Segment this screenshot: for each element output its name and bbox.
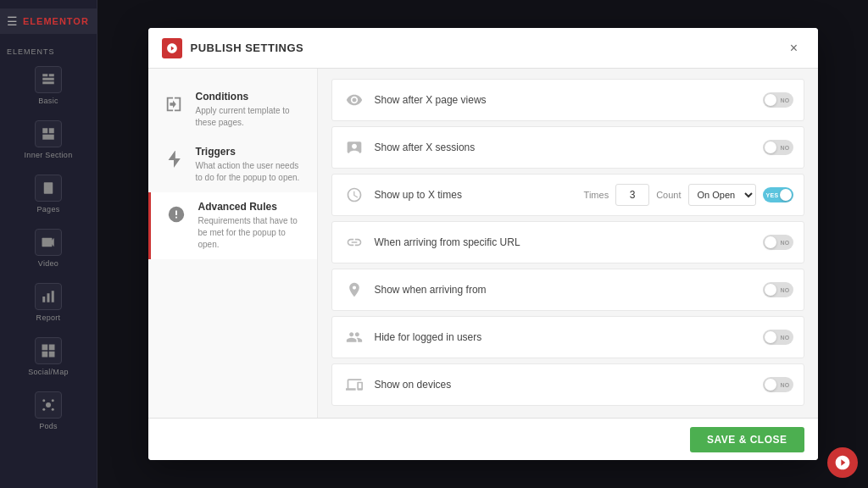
- basic-icon: [35, 66, 62, 93]
- svg-rect-17: [49, 345, 55, 351]
- modal-body: Conditions Apply current template to the…: [148, 69, 818, 418]
- video-label: Video: [38, 259, 58, 268]
- svg-rect-10: [46, 189, 49, 190]
- show_times-label: Show up to X times: [375, 189, 576, 201]
- rule-row-page_views: Show after X page viewsNO: [331, 79, 804, 121]
- toggle-knob: [780, 189, 792, 201]
- svg-rect-4: [42, 128, 47, 133]
- toggle-text: NO: [780, 382, 789, 388]
- sessions-toggle[interactable]: NO: [763, 140, 793, 155]
- page_views-controls: NO: [763, 92, 793, 108]
- toggle-knob: [765, 141, 776, 153]
- nav-item-advanced-rules[interactable]: Advanced Rules Requirements that have to…: [148, 192, 317, 259]
- nav-item-conditions[interactable]: Conditions Apply current template to the…: [148, 82, 317, 137]
- logged_in-label: Hide for logged in users: [375, 331, 754, 343]
- svg-rect-19: [49, 352, 55, 358]
- save-close-button[interactable]: SAVE & CLOSE: [690, 427, 804, 452]
- rule-row-show_times: Show up to X timesTimesCountOn OpenOn Cl…: [331, 174, 804, 216]
- conditions-desc: Apply current template to these pages.: [196, 105, 303, 129]
- specific_url-toggle[interactable]: NO: [763, 235, 793, 250]
- toggle-knob: [765, 331, 776, 343]
- toggle-knob: [765, 236, 776, 248]
- pods-icon: [35, 391, 62, 419]
- triggers-icon: [162, 147, 186, 171]
- nav-item-triggers[interactable]: Triggers What action the user needs to d…: [148, 137, 317, 192]
- svg-rect-16: [42, 345, 48, 351]
- toggle-knob: [765, 94, 776, 106]
- sidebar-item-pages[interactable]: Pages: [10, 168, 86, 220]
- sidebar-item-report[interactable]: Report: [10, 276, 86, 329]
- brand-label: ELEMENTOR: [23, 16, 89, 26]
- devices-row-icon: [342, 373, 366, 396]
- devices-label: Show on devices: [375, 379, 754, 391]
- social-map-icon: [35, 337, 62, 364]
- logged_in-controls: NO: [763, 330, 793, 345]
- rules-content: Show after X page viewsNOShow after X se…: [318, 69, 818, 418]
- elementor-fab[interactable]: [827, 447, 858, 478]
- rule-row-logged_in: Hide for logged in usersNO: [331, 316, 804, 358]
- arriving_from-toggle[interactable]: NO: [763, 282, 793, 297]
- pods-label: Pods: [39, 422, 58, 430]
- report-label: Report: [36, 313, 61, 322]
- inner-section-label: Inner Section: [25, 151, 73, 159]
- sidebar-item-inner-section[interactable]: Inner Section: [10, 114, 86, 166]
- rule-row-sessions: Show after X sessionsNO: [331, 126, 804, 169]
- devices-controls: NO: [763, 377, 793, 392]
- elements-label: ELEMENTS: [0, 44, 97, 59]
- page_views-label: Show after X page views: [375, 94, 754, 106]
- triggers-desc: What action the user needs to do for the…: [196, 160, 303, 184]
- svg-rect-14: [47, 293, 50, 302]
- sidebar-item-video[interactable]: Video: [10, 222, 86, 274]
- count-label: Count: [656, 190, 681, 200]
- modal-nav: Conditions Apply current template to the…: [148, 69, 318, 418]
- specific_url-controls: NO: [763, 235, 793, 250]
- triggers-title: Triggers: [196, 146, 303, 158]
- social-map-label: Social/Map: [28, 368, 69, 376]
- times-input[interactable]: [615, 184, 649, 206]
- toggle-text: YES: [766, 192, 779, 198]
- svg-rect-8: [46, 185, 51, 186]
- show_times-toggle[interactable]: YES: [763, 187, 793, 202]
- modal-header-icon: [162, 38, 182, 58]
- sessions-label: Show after X sessions: [375, 141, 754, 153]
- pages-icon: [35, 175, 62, 202]
- sessions-controls: NO: [763, 140, 793, 155]
- rule-row-arriving_from: Show when arriving fromNO: [331, 269, 804, 311]
- svg-rect-5: [49, 128, 54, 133]
- page_views-toggle[interactable]: NO: [763, 92, 793, 108]
- count-select[interactable]: On OpenOn CloseAlways: [688, 184, 756, 206]
- publish-settings-modal: PUBLISH SETTINGS × Conditions: [148, 28, 818, 460]
- toggle-text: NO: [780, 335, 789, 341]
- svg-rect-2: [42, 78, 54, 80]
- conditions-icon: [162, 92, 186, 116]
- modal-close-button[interactable]: ×: [784, 38, 804, 58]
- specific_url-label: When arriving from specific URL: [375, 236, 754, 248]
- svg-rect-15: [52, 291, 54, 302]
- svg-rect-9: [46, 187, 51, 188]
- advanced-rules-desc: Requirements that have to be met for the…: [198, 215, 303, 251]
- svg-point-24: [52, 408, 54, 411]
- toggle-text: NO: [780, 287, 789, 293]
- devices-toggle[interactable]: NO: [763, 377, 793, 392]
- svg-rect-13: [42, 297, 45, 302]
- svg-rect-3: [42, 81, 54, 84]
- svg-rect-7: [44, 182, 53, 194]
- svg-point-21: [42, 399, 45, 402]
- logged_in-toggle[interactable]: NO: [763, 330, 793, 345]
- hamburger-icon[interactable]: ☰: [7, 14, 18, 28]
- sidebar-item-basic[interactable]: Basic: [10, 59, 86, 112]
- modal-overlay: PUBLISH SETTINGS × Conditions: [97, 0, 868, 488]
- svg-point-22: [52, 399, 54, 402]
- show_times-controls: TimesCountOn OpenOn CloseAlwaysYES: [584, 184, 793, 206]
- arriving_from-controls: NO: [763, 282, 793, 297]
- inner-section-icon: [35, 120, 62, 147]
- svg-rect-1: [49, 74, 54, 76]
- svg-rect-6: [42, 135, 54, 140]
- modal-footer: SAVE & CLOSE: [148, 418, 818, 460]
- modal-title: PUBLISH SETTINGS: [191, 42, 784, 54]
- sidebar-item-pods[interactable]: Pods: [10, 385, 86, 437]
- modal-header: PUBLISH SETTINGS ×: [148, 28, 818, 69]
- video-icon: [35, 229, 62, 256]
- arriving_from-label: Show when arriving from: [375, 284, 754, 296]
- sidebar-item-social-map[interactable]: Social/Map: [10, 330, 86, 383]
